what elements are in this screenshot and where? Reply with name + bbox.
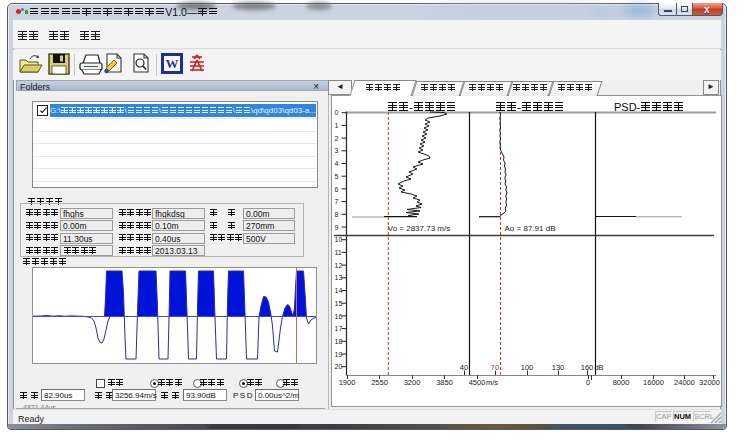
svg-text:Ao = 87.91 dB: Ao = 87.91 dB — [505, 224, 556, 233]
svg-text:3200: 3200 — [404, 378, 421, 387]
svg-text:13: 13 — [335, 274, 343, 281]
svg-text:12: 12 — [335, 262, 343, 269]
svg-text:10: 10 — [335, 236, 343, 243]
svg-text:4: 4 — [335, 160, 339, 167]
svg-text:1900: 1900 — [339, 378, 356, 387]
svg-text:160: 160 — [581, 363, 594, 372]
svg-text:32000: 32000 — [699, 378, 720, 387]
svg-text:1: 1 — [335, 122, 339, 129]
svg-text:70: 70 — [491, 363, 499, 372]
svg-text:4500: 4500 — [469, 378, 486, 387]
svg-text:2: 2 — [335, 135, 339, 142]
svg-text:16: 16 — [335, 313, 343, 320]
svg-text:18: 18 — [335, 338, 343, 345]
svg-text:3: 3 — [335, 147, 339, 154]
svg-text:2550: 2550 — [371, 378, 388, 387]
svg-text:8: 8 — [335, 211, 339, 218]
svg-text:7: 7 — [335, 198, 339, 205]
svg-text:14: 14 — [335, 287, 343, 294]
svg-text:Vo = 2837.73 m/s: Vo = 2837.73 m/s — [388, 224, 451, 233]
svg-text:17: 17 — [335, 325, 343, 332]
svg-text:9: 9 — [335, 224, 339, 231]
svg-text:8000: 8000 — [613, 378, 630, 387]
svg-text:100: 100 — [521, 363, 534, 372]
svg-text:19: 19 — [335, 351, 343, 358]
svg-text:0: 0 — [335, 109, 339, 116]
svg-text:11: 11 — [335, 249, 342, 256]
svg-text:15: 15 — [335, 300, 343, 307]
svg-text:16000: 16000 — [643, 378, 664, 387]
svg-text:3850: 3850 — [436, 378, 453, 387]
svg-text:40: 40 — [460, 363, 468, 372]
svg-text:dB: dB — [594, 363, 603, 372]
svg-text:20: 20 — [335, 363, 343, 370]
svg-text:24000: 24000 — [674, 378, 695, 387]
svg-text:6: 6 — [335, 186, 339, 193]
svg-text:0: 0 — [586, 378, 590, 387]
svg-text:130: 130 — [552, 363, 565, 372]
svg-text:m/s: m/s — [486, 378, 498, 387]
svg-text:5: 5 — [335, 173, 339, 180]
